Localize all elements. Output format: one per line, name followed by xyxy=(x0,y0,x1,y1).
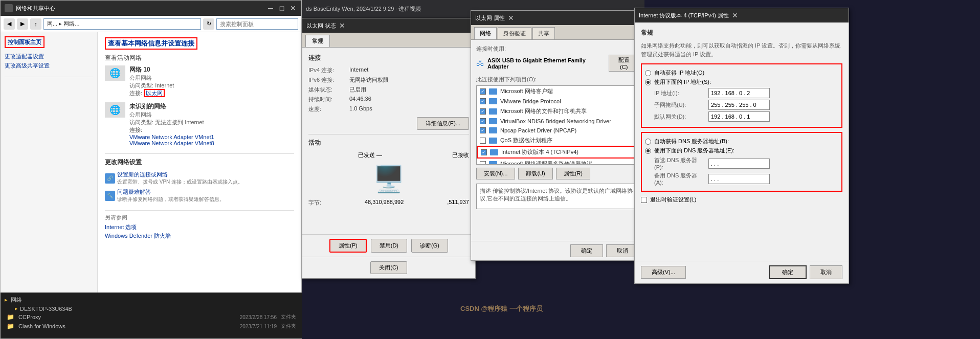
file-row-ccproxy[interactable]: 📁 CCProxy 2023/2/28 17:56 文件夹 xyxy=(5,312,298,322)
install-btn[interactable]: 安装(N)... xyxy=(476,168,515,179)
back-btn[interactable]: ◀ xyxy=(4,18,15,30)
auto-dns-radio[interactable] xyxy=(645,139,651,145)
manual-dns-radio[interactable] xyxy=(645,148,651,154)
component-npcap[interactable]: ✓ Npcap Packet Driver (NPCAP) xyxy=(477,126,638,135)
preferred-dns-input[interactable]: . . . xyxy=(708,159,770,169)
search-input[interactable] xyxy=(216,18,298,30)
ip-address-input[interactable]: 192 . 168 . 0 . 2 xyxy=(708,88,770,98)
ipv4-label: IPv4 连接: xyxy=(308,66,349,74)
component-ms-mux[interactable]: Microsoft 网络适配器多路传送器协议 xyxy=(477,159,638,165)
description-box: 描述 传输控制协议/Internet 协议。该协议是默认的广域网络协议,它在不同… xyxy=(476,184,639,209)
gateway-input[interactable]: 192 . 168 . 0 . 1 xyxy=(708,111,770,122)
component-vmware[interactable]: ✓ VMware Bridge Protocol xyxy=(477,97,638,106)
vmnet8-link[interactable]: VMware Network Adapter VMnet8 xyxy=(129,140,214,146)
subnet-mask-input[interactable]: 255 . 255 . 255 . 0 xyxy=(708,100,770,110)
component-vbox[interactable]: ✓ VirtualBox NDIS6 Bridged Networking Dr… xyxy=(477,117,638,126)
tab-network[interactable]: 网络 xyxy=(474,27,497,39)
preferred-dns-label: 首选 DNS 服务器(P): xyxy=(654,156,705,170)
network-icon-2: 🌐 xyxy=(105,102,125,118)
activity-section: 活动 已发送 — 已接收 🖥️ 字节: 48,310,988,992 ,511,… xyxy=(308,139,469,207)
ipv4-value: Internet xyxy=(349,66,469,74)
troubleshoot-link[interactable]: 🔧 问题疑难解答 诊断并修复网络问题，或者获得疑难解答信息。 xyxy=(105,188,294,203)
component-icon-4 xyxy=(489,118,497,124)
duration-row: 持续时间: 04:46:36 xyxy=(308,96,469,103)
address-bar: ◀ ▶ ↑ 网... ▸ 网络... ↻ xyxy=(1,16,301,32)
desktop-tree-item[interactable]: ▸ DESKTOP-33U634B xyxy=(5,305,298,312)
diagnose-btn[interactable]: 诊断(G) xyxy=(411,239,448,253)
tab-general[interactable]: 常规 xyxy=(305,35,330,47)
tcpip-cancel-btn[interactable]: 取消 xyxy=(810,265,842,279)
component-qos[interactable]: QoS 数据包计划程序 xyxy=(477,135,638,146)
change-sharing-settings-link[interactable]: 更改高级共享设置 xyxy=(5,62,93,70)
ethernet-link[interactable]: 以太网 xyxy=(144,89,165,97)
network-graphic: 🖥️ xyxy=(308,164,469,194)
auto-ip-radio[interactable] xyxy=(645,70,651,76)
tab-auth[interactable]: 身份验证 xyxy=(498,27,531,39)
up-btn[interactable]: ↑ xyxy=(30,18,41,30)
ethernet-props-title: 以太网 属性 xyxy=(475,14,505,22)
vmnet1-link[interactable]: VMware Network Adapter VMnet1 xyxy=(129,134,214,140)
status-close-btn[interactable]: 关闭(C) xyxy=(370,261,407,274)
internet-options-link[interactable]: Internet 选项 xyxy=(105,223,294,231)
auto-dns-label: 自动获得 DNS 服务器地址(B): xyxy=(654,138,729,145)
ethernet-props-titlebar: 以太网 属性 ✕ xyxy=(471,11,644,25)
manual-ip-label: 使用下面的 IP 地址(S): xyxy=(654,78,711,86)
ip-fields: IP 地址(I): 192 . 168 . 0 . 2 子网掩码(U): 255… xyxy=(654,88,838,122)
close-btn[interactable]: ✕ xyxy=(289,4,297,12)
alternate-dns-input[interactable]: . . . xyxy=(708,174,770,184)
props-ok-btn[interactable]: 确定 xyxy=(570,244,603,257)
minimize-btn[interactable]: ─ xyxy=(266,4,275,12)
file-row-clash[interactable]: 📁 Clash for Windows 2023/7/21 11:19 文件夹 xyxy=(5,322,298,331)
properties-r-btn[interactable]: 属性(R) xyxy=(556,168,590,179)
tcpip-desc: 如果网络支持此功能，则可以获取自动指派的 IP 设置。否则，你需要从网络系统管理… xyxy=(641,41,842,58)
tcpip-section-label: 常规 xyxy=(641,29,842,37)
tcpip-confirm-btn[interactable]: 确定 xyxy=(769,265,807,279)
exit-validation-checkbox[interactable] xyxy=(641,197,647,203)
tcpip-close-icon[interactable]: ✕ xyxy=(732,11,738,19)
ethernet-status-close-icon[interactable]: ✕ xyxy=(339,21,345,30)
file-name-1: CCProxy xyxy=(18,314,236,320)
check-ms-sharing: ✓ xyxy=(480,108,486,115)
view-basic-info-link[interactable]: 查看基本网络信息并设置连接 xyxy=(105,37,197,50)
refresh-btn[interactable]: ↻ xyxy=(203,18,214,30)
alternate-dns-row: 备用 DNS 服务器(A): . . . xyxy=(654,172,838,186)
manual-ip-radio[interactable] xyxy=(645,79,651,85)
description-text: 描述 传输控制协议/Internet 协议。该协议是默认的广域网络协议,它在不同… xyxy=(480,188,633,201)
component-tcpipv4[interactable]: ✓ Internet 协议版本 4 (TCP/IPv4) xyxy=(477,146,638,159)
tcpip-footer: 高级(V)... 确定 取消 xyxy=(635,261,849,283)
properties-btn-label: 属性(P) xyxy=(339,242,358,248)
address-breadcrumb[interactable]: 网... ▸ 网络... xyxy=(43,18,201,30)
new-connection-icon: 🔗 xyxy=(105,173,115,184)
duration-value: 04:46:36 xyxy=(349,96,469,103)
new-connection-link[interactable]: 🔗 设置新的连接或网络 设置宽带、拨号或 VPN 连接；或设置路由器或接入点。 xyxy=(105,171,294,186)
uninstall-btn[interactable]: 卸载(U) xyxy=(518,168,552,179)
ip-radio-group: 自动获得 IP 地址(O) 使用下面的 IP 地址(S): IP 地址(I): … xyxy=(641,63,842,128)
dns-radio-group: 自动获得 DNS 服务器地址(B): 使用下面的 DNS 服务器地址(E): 首… xyxy=(641,132,842,192)
adapter-icon: 🖧 xyxy=(476,59,484,68)
ip-address-row: IP 地址(I): 192 . 168 . 0 . 2 xyxy=(654,88,838,98)
properties-btn[interactable]: 属性(P) xyxy=(329,239,367,253)
component-ms-sharing[interactable]: ✓ Microsoft 网络的文件和打印机共享 xyxy=(477,106,638,117)
disable-btn[interactable]: 禁用(D) xyxy=(371,239,407,253)
ethernet-props-dialog: 以太网 属性 ✕ 网络 身份验证 共享 连接时使用: 🖧 ASIX USB to… xyxy=(471,10,644,261)
change-adapter-settings-link[interactable]: 更改适配器设置 xyxy=(5,53,93,60)
component-actions: 安装(N)... 卸载(U) 属性(R) xyxy=(476,168,639,179)
control-panel-home-link[interactable]: 控制面板主页 xyxy=(5,36,44,48)
defender-firewall-link[interactable]: Windows Defender 防火墙 xyxy=(105,232,294,240)
ethernet-status-title: 以太网 状态 xyxy=(306,22,336,30)
advanced-btn[interactable]: 高级(V)... xyxy=(641,266,686,279)
details-btn[interactable]: 详细信息(E)... xyxy=(417,117,469,130)
component-label-7: Microsoft 网络适配器多路传送器协议 xyxy=(500,160,592,165)
file-explorer-bar: ▸ 网络 ▸ DESKTOP-33U634B 📁 CCProxy 2023/2/… xyxy=(1,292,302,338)
tab-sharing[interactable]: 共享 xyxy=(532,27,555,39)
maximize-btn[interactable]: □ xyxy=(278,4,286,12)
check-tcpipv4: ✓ xyxy=(481,149,487,155)
check-ms-client: ✓ xyxy=(480,88,486,95)
network-item-1: 🌐 网络 10 公用网络 访问类型: Internet 连接: 以太网 xyxy=(105,65,294,97)
ethernet-status-tabs: 常规 xyxy=(302,33,475,48)
forward-btn[interactable]: ▶ xyxy=(17,18,28,30)
bytes-recv: ,511,937 xyxy=(447,199,469,207)
ethernet-props-close-icon[interactable]: ✕ xyxy=(508,14,514,22)
component-ms-client[interactable]: ✓ Microsoft 网络客户端 xyxy=(477,86,638,97)
sent-label: 已发送 — xyxy=(358,151,382,159)
